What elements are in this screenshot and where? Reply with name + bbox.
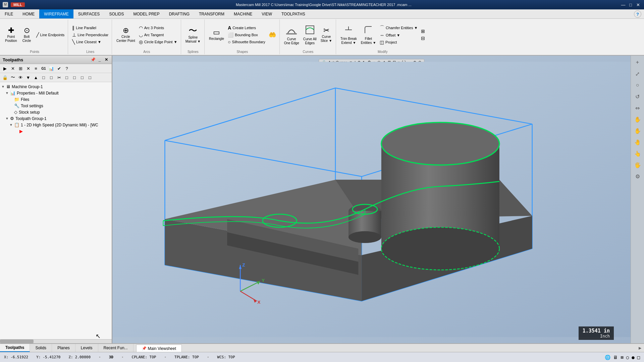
menu-file[interactable]: FILE xyxy=(0,9,18,18)
tab-toolpaths[interactable]: Toolpaths xyxy=(0,344,30,352)
tree-play-indicator[interactable]: ▶ xyxy=(0,128,112,134)
menu-wireframe[interactable]: WIREFRAME xyxy=(39,9,73,18)
rt-gear-button[interactable]: ⚙ xyxy=(632,171,643,182)
tp-wave-button[interactable]: 〜 xyxy=(9,74,16,81)
shapes-extra-1[interactable]: 🤲 xyxy=(268,31,277,39)
spline-manual-button[interactable]: 〜 SplineManual ▼ xyxy=(184,25,202,45)
curve-one-edge-button[interactable]: CurveOne Edge xyxy=(282,23,301,46)
minimize-button[interactable]: — xyxy=(620,2,627,8)
tp-menu-button[interactable]: ≡ xyxy=(32,65,40,72)
arc-tangent-button[interactable]: ◡ Arc Tangent xyxy=(138,32,179,38)
tree-tool-settings[interactable]: 🔧 Tool settings xyxy=(0,103,112,109)
tree-machine-group[interactable]: ▼ 🖥 Machine Group-1 xyxy=(0,83,112,90)
menu-machine[interactable]: MACHINE xyxy=(229,9,257,18)
tp-up-button[interactable]: ▲ xyxy=(32,74,40,81)
arc-3-points-button[interactable]: ◠ Arc 3 Points xyxy=(138,24,179,31)
status-circle-icon[interactable]: ○ xyxy=(626,355,629,360)
tp-lock-button[interactable]: 🔒 xyxy=(1,74,9,81)
menu-view[interactable]: VIEW xyxy=(257,9,277,18)
tp-del-button[interactable]: ✕ xyxy=(24,65,32,72)
menu-solids[interactable]: SOLIDS xyxy=(104,9,128,18)
tree-properties[interactable]: ▼ 📊 Properties - Mill Default xyxy=(0,90,112,96)
panel-header-controls[interactable]: 📌 _ ✕ xyxy=(90,57,109,62)
line-closest-button[interactable]: ╲ Line Closest ▼ xyxy=(71,39,110,45)
status-globe-icon[interactable]: 🌐 xyxy=(605,355,610,360)
tp-box2-button[interactable]: □ xyxy=(48,74,55,81)
menu-modelprep[interactable]: MODEL PREP xyxy=(128,9,164,18)
menu-surfaces[interactable]: SURFACES xyxy=(73,9,105,18)
maximize-button[interactable]: □ xyxy=(627,2,634,8)
tp-box5-button[interactable]: □ xyxy=(78,74,86,81)
menu-toolpaths[interactable]: TOOLPATHS xyxy=(277,9,310,18)
tp-stop-button[interactable]: ✕ xyxy=(9,65,16,72)
panel-close-button[interactable]: ✕ xyxy=(104,57,109,62)
tab-main-viewsheet[interactable]: Main Viewsheet xyxy=(136,345,182,352)
rectangle-button[interactable]: ▭ Rectangle xyxy=(207,28,226,42)
tp-box3-button[interactable]: □ xyxy=(63,74,70,81)
menu-drafting[interactable]: DRAFTING xyxy=(164,9,194,18)
circle-center-point-button[interactable]: ⊕ CircleCenter Point xyxy=(115,26,137,44)
tp-eye-button[interactable]: 👁 xyxy=(17,74,24,81)
circle-edge-point-button[interactable]: ◎ Circle Edge Point ▼ xyxy=(138,39,179,45)
menu-home[interactable]: HOME xyxy=(18,9,39,18)
scrollbar-thumb[interactable] xyxy=(0,340,34,343)
status-rect-icon[interactable]: □ xyxy=(637,355,640,360)
tp-help-button[interactable]: ? xyxy=(63,65,70,72)
tp-g1-button[interactable]: G1 xyxy=(40,65,47,72)
tree-toolpath-group[interactable]: ▼ ⚙ Toolpath Group-1 xyxy=(0,115,112,122)
bolt-circle-button[interactable]: ⊙ BoltCircle xyxy=(19,26,34,44)
line-parallel-button[interactable]: ∥ Line Parallel xyxy=(71,24,110,31)
rt-rotate-button[interactable]: ↺ xyxy=(632,91,643,102)
panel-minimize-button[interactable]: _ xyxy=(97,57,102,62)
silhouette-boundary-button[interactable]: ○ Silhouette Boundary xyxy=(226,39,267,45)
rt-arrows-button[interactable]: ⇔ xyxy=(632,103,643,113)
status-monitor-icon[interactable]: 🖥 xyxy=(613,355,618,360)
tree-2d-highspeed[interactable]: ▼ 📋 1 - 2D High Speed (2D Dynamic Mill) … xyxy=(0,122,112,128)
rt-hand5-button[interactable]: 🖐 xyxy=(632,160,643,170)
offset-button[interactable]: ↔ Offset ▼ xyxy=(378,32,419,39)
window-controls[interactable]: — □ ✕ xyxy=(620,2,641,8)
tab-levels[interactable]: Levels xyxy=(75,344,98,352)
help-button[interactable]: ? xyxy=(634,10,641,18)
tp-add-button[interactable]: ⊞ xyxy=(17,65,24,72)
rt-hand-button[interactable]: ✋ xyxy=(632,114,643,125)
line-endpoints-button[interactable]: ╱ Line Endpoints xyxy=(35,32,66,38)
project-button[interactable]: ◫ Project xyxy=(378,39,419,46)
tp-box6-button[interactable]: □ xyxy=(86,74,94,81)
tp-check-button[interactable]: ✔ xyxy=(55,65,63,72)
tp-play-button[interactable]: ▶ xyxy=(1,65,9,72)
line-perpendicular-button[interactable]: ⊥ Line Perpendicular xyxy=(71,32,110,38)
curve-all-edges-button[interactable]: Curve AllEdges xyxy=(302,23,318,46)
rt-hand2-button[interactable]: ✋ xyxy=(632,125,643,136)
tab-arrow-right[interactable]: ▶ xyxy=(639,344,644,352)
panel-scrollbar[interactable] xyxy=(0,339,112,343)
trim-break-extend-button[interactable]: Trim BreakExtend ▼ xyxy=(339,24,359,46)
rt-circle-button[interactable]: ○ xyxy=(632,80,643,90)
rt-hand3-button[interactable]: 🤚 xyxy=(632,137,643,147)
bounding-box-button[interactable]: ⬜ Bounding Box xyxy=(226,32,267,38)
tab-solids[interactable]: Solids xyxy=(30,344,52,352)
tp-chart-button[interactable]: 📊 xyxy=(48,65,55,72)
rt-plus-button[interactable]: + xyxy=(632,57,643,68)
tp-box4-button[interactable]: □ xyxy=(71,74,78,81)
viewport[interactable]: 🔒 AutoCursor ▼ | ⊕ ↖ ⚙ ○ ◎ ✦ ⊞ ⊟ ≡ ⛶ ↔ ⊕… xyxy=(112,56,631,343)
modify-extra-2[interactable]: ⊟ xyxy=(420,35,426,42)
status-dot-icon[interactable]: ● xyxy=(632,355,634,360)
tp-down-button[interactable]: ▼ xyxy=(24,74,32,81)
tp-box-button[interactable]: □ xyxy=(40,74,47,81)
modify-extra-1[interactable]: ⊞ xyxy=(420,28,426,35)
create-letters-button[interactable]: A Create Letters xyxy=(226,24,267,31)
menu-transform[interactable]: TRANSFORM xyxy=(194,9,229,18)
panel-pin-button[interactable]: 📌 xyxy=(90,57,96,62)
tab-recent-fun[interactable]: Recent Fun... xyxy=(98,344,133,352)
point-position-button[interactable]: ✚ PointPosition xyxy=(3,26,19,44)
tab-planes[interactable]: Planes xyxy=(52,344,75,352)
close-button[interactable]: ✕ xyxy=(635,2,641,8)
rt-hand4-button[interactable]: 👆 xyxy=(632,148,643,159)
tree-files[interactable]: 📁 Files xyxy=(0,96,112,103)
curve-slice-button[interactable]: ✂ CurveSlice ▼ xyxy=(319,26,334,44)
chamfer-entities-button[interactable]: ⌒ Chamfer Entities ▼ xyxy=(378,24,419,32)
status-grid-icon[interactable]: ⊞ xyxy=(621,355,623,360)
tree-stock-setup[interactable]: ◇ Stock setup xyxy=(0,109,112,115)
tp-scissors-button[interactable]: ✂ xyxy=(55,74,63,81)
